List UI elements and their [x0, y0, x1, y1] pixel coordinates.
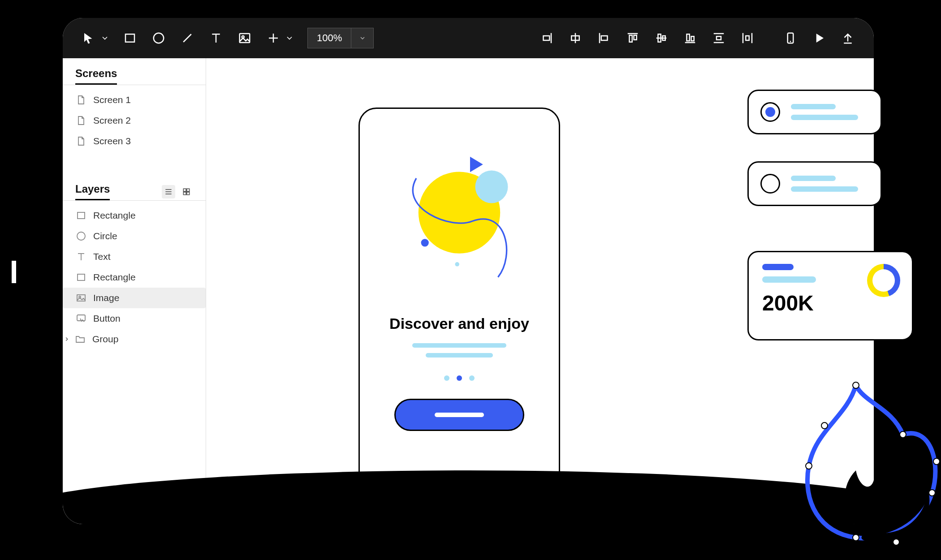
- align-left-icon[interactable]: [596, 30, 612, 46]
- screen-item[interactable]: Screen 2: [63, 110, 206, 131]
- svg-rect-14: [601, 36, 608, 40]
- image-tool[interactable]: [237, 30, 253, 46]
- dot[interactable]: [444, 375, 449, 381]
- align-center-h-icon[interactable]: [567, 30, 583, 46]
- svg-rect-23: [691, 36, 694, 41]
- align-right-icon[interactable]: [539, 30, 555, 46]
- pagination-dots[interactable]: [444, 375, 475, 381]
- primary-button[interactable]: [394, 399, 524, 431]
- layers-panel-title: Layers: [75, 183, 110, 200]
- list-view-icon[interactable]: [162, 185, 175, 198]
- layer-label: Image: [93, 293, 119, 303]
- select-tool[interactable]: [81, 30, 97, 46]
- align-bottom-icon[interactable]: [682, 30, 698, 46]
- layers-list: Rectangle Circle Text Rectangle Image: [63, 201, 206, 354]
- page-icon: [75, 115, 87, 126]
- add-tool-dropdown[interactable]: [285, 30, 294, 46]
- layer-item[interactable]: Image: [63, 288, 206, 308]
- layer-item[interactable]: Group: [63, 329, 206, 349]
- button-icon: [75, 313, 87, 324]
- screen-label: Screen 1: [93, 95, 131, 105]
- screen-item[interactable]: Screen 3: [63, 131, 206, 151]
- ellipse-tool[interactable]: [151, 30, 167, 46]
- vector-path-flame[interactable]: [798, 376, 941, 547]
- svg-rect-41: [78, 212, 85, 219]
- progress-ring-icon: [867, 264, 900, 297]
- svg-rect-17: [634, 35, 637, 40]
- button-label-placeholder: [435, 413, 484, 417]
- upload-icon[interactable]: [840, 30, 856, 46]
- layer-label: Rectangle: [93, 272, 136, 283]
- svg-rect-5: [240, 34, 250, 43]
- page-icon: [75, 94, 87, 106]
- dot-active[interactable]: [457, 375, 462, 381]
- svg-point-59: [821, 422, 828, 429]
- layer-label: Circle: [93, 231, 117, 241]
- svg-rect-46: [77, 295, 85, 301]
- device-preview-icon[interactable]: [782, 30, 799, 46]
- svg-point-42: [77, 232, 85, 240]
- layer-item[interactable]: Rectangle: [63, 205, 206, 226]
- text-icon: [75, 251, 87, 263]
- grid-view-icon[interactable]: [180, 185, 193, 198]
- svg-point-1: [154, 33, 164, 43]
- toolbar: 100%: [63, 18, 874, 58]
- page-icon: [75, 135, 87, 147]
- screen-item[interactable]: Screen 1: [63, 90, 206, 110]
- svg-marker-51: [470, 157, 483, 172]
- zoom-dropdown[interactable]: [351, 28, 374, 48]
- text-cursor-indicator: [12, 261, 16, 283]
- svg-line-2: [183, 34, 191, 42]
- svg-rect-22: [687, 34, 690, 41]
- layer-label: Button: [93, 313, 121, 324]
- layer-item[interactable]: Rectangle: [63, 267, 206, 288]
- align-top-icon[interactable]: [625, 30, 641, 46]
- rectangle-icon: [75, 271, 87, 283]
- svg-rect-26: [717, 36, 721, 40]
- svg-point-60: [933, 458, 940, 465]
- add-tool[interactable]: [265, 30, 281, 46]
- text-tool[interactable]: [208, 30, 224, 46]
- svg-point-61: [893, 539, 899, 545]
- svg-rect-38: [187, 189, 190, 191]
- layer-item[interactable]: Button: [63, 308, 206, 329]
- layer-label: Text: [93, 251, 111, 262]
- svg-rect-0: [125, 34, 134, 42]
- chevron-right-icon[interactable]: [63, 335, 71, 343]
- screen-label: Screen 3: [93, 136, 131, 146]
- distribute-h-icon[interactable]: [739, 30, 755, 46]
- select-tool-dropdown[interactable]: [100, 30, 109, 46]
- line-tool[interactable]: [179, 30, 195, 46]
- rectangle-icon: [75, 210, 87, 221]
- svg-rect-39: [183, 192, 186, 194]
- card-text-placeholder: [791, 176, 858, 192]
- align-center-v-icon[interactable]: [653, 30, 669, 46]
- play-icon[interactable]: [811, 30, 827, 46]
- svg-point-52: [421, 239, 429, 246]
- phone-subtitle-placeholder: [412, 343, 506, 358]
- phone-mockup[interactable]: Discover and enjoy: [358, 108, 560, 493]
- svg-rect-45: [78, 274, 85, 280]
- sidebar: Screens Screen 1 Screen 2 Screen 3: [63, 58, 206, 524]
- phone-title: Discover and enjoy: [389, 315, 529, 332]
- svg-point-53: [455, 262, 459, 267]
- distribute-v-icon[interactable]: [711, 30, 727, 46]
- radio-icon[interactable]: [760, 174, 780, 194]
- layer-item[interactable]: Circle: [63, 226, 206, 246]
- svg-point-58: [806, 463, 812, 469]
- option-card-selected[interactable]: [747, 90, 882, 134]
- card-text-placeholder: [791, 104, 858, 120]
- stat-card[interactable]: 200K: [747, 251, 913, 340]
- screen-label: Screen 2: [93, 115, 131, 126]
- svg-point-55: [900, 431, 906, 438]
- image-icon: [75, 292, 87, 304]
- zoom-value[interactable]: 100%: [307, 28, 351, 48]
- option-card[interactable]: [747, 161, 882, 206]
- radio-selected-icon[interactable]: [760, 102, 780, 122]
- dot[interactable]: [469, 375, 475, 381]
- rectangle-tool[interactable]: [122, 30, 138, 46]
- layer-label: Group: [92, 334, 118, 345]
- svg-rect-29: [746, 36, 749, 40]
- layer-item[interactable]: Text: [63, 246, 206, 267]
- svg-rect-40: [187, 192, 190, 194]
